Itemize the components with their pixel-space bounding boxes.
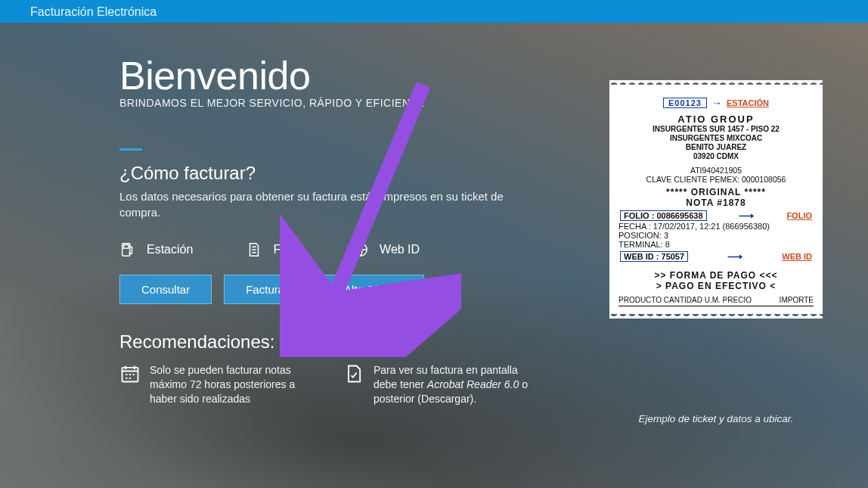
required-fields: Estación Folio Web ID bbox=[119, 241, 562, 258]
sample-receipt: E00123 → ESTACIÓN ATIO GROUP INSURGENTES… bbox=[609, 85, 823, 314]
svg-rect-1 bbox=[124, 245, 129, 249]
arrow-right-icon: ⟶ bbox=[739, 210, 754, 222]
recommendations-title: Recomendaciones: bbox=[119, 331, 562, 353]
field-webid: Web ID bbox=[352, 241, 420, 258]
receipt-terminal: TERMINAL: 8 bbox=[618, 240, 814, 249]
receipt-folio-label: FOLIO bbox=[786, 211, 812, 220]
receipt-pago: > PAGO EN EFECTIVO < bbox=[618, 281, 814, 291]
receipt-webid-box: WEB ID : 75057 bbox=[620, 251, 688, 262]
facturar-button[interactable]: Facturar bbox=[224, 275, 310, 304]
field-estacion: Estación bbox=[119, 241, 193, 258]
receipt-addr1: INSURGENTES SUR 1457 - PISO 22 bbox=[618, 125, 814, 134]
hero: Bienvenido BRINDAMOS EL MEJOR SERVICIO, … bbox=[0, 23, 868, 488]
rec-text-2: Para ver su factura en pantalla debe ten… bbox=[374, 363, 540, 406]
field-folio-label: Folio bbox=[273, 243, 299, 256]
howto-title: ¿Cómo facturar? bbox=[119, 163, 562, 184]
arrow-right-icon: ⟶ bbox=[727, 250, 742, 263]
rec-text-1: Solo se pueden facturar notas máximo 72 … bbox=[150, 363, 316, 406]
receipt-company: ATIO GROUP bbox=[618, 113, 814, 125]
divider bbox=[119, 148, 142, 151]
alta-cliente-button[interactable]: Alta Cliente bbox=[322, 275, 424, 304]
topbar: Facturación Electrónica bbox=[0, 0, 868, 23]
app-title: Facturación Electrónica bbox=[30, 5, 157, 19]
receipt-forma: >> FORMA DE PAGO <<< bbox=[618, 270, 814, 281]
receipt-webid-label: WEB ID bbox=[782, 252, 812, 261]
receipt-prodhdr-left: PRODUCTO CANTIDAD U.M. PRECIO bbox=[618, 296, 752, 304]
receipt-addr4: 03920 CDMX bbox=[618, 152, 814, 161]
receipt-rfc: ATI940421905 bbox=[618, 166, 814, 175]
receipt-clave: CLAVE CLIENTE PEMEX: 0000108056 bbox=[618, 175, 814, 184]
receipt-addr2: INSURGENTES MIXCOAC bbox=[618, 134, 814, 143]
receipt-posicion: POSICION: 3 bbox=[618, 231, 814, 240]
consultar-button[interactable]: Consultar bbox=[119, 275, 212, 304]
rec-item-2: Para ver su factura en pantalla debe ten… bbox=[343, 363, 540, 406]
arrow-right-icon: → bbox=[711, 97, 722, 109]
receipt-prodhdr-right: IMPORTE bbox=[780, 296, 814, 304]
calendar-icon bbox=[119, 363, 141, 384]
receipt-addr3: BENITO JUAREZ bbox=[618, 143, 814, 152]
field-folio: Folio bbox=[246, 241, 299, 258]
receipt-nota: NOTA #1878 bbox=[618, 197, 814, 208]
receipt-caption: Ejemplo de ticket y datos a ubicar. bbox=[609, 413, 823, 424]
pdf-icon bbox=[343, 363, 364, 384]
webid-icon bbox=[352, 241, 369, 258]
button-row: Consultar Facturar Alta Cliente bbox=[119, 275, 562, 304]
tagline: BRINDAMOS EL MEJOR SERVICIO, RÁPIDO Y EF… bbox=[119, 97, 562, 109]
field-webid-label: Web ID bbox=[380, 243, 420, 256]
receipt-product-header: PRODUCTO CANTIDAD U.M. PRECIO IMPORTE bbox=[618, 296, 814, 306]
field-estacion-label: Estación bbox=[147, 243, 193, 256]
howto-desc: Los datos necesarios para obtener su fac… bbox=[119, 188, 543, 220]
receipt-original: ***** ORIGINAL ***** bbox=[618, 187, 814, 197]
receipt-fecha: FECHA : 17/02/2017, 12:21 (866956380) bbox=[618, 222, 814, 231]
rec-item-1: Solo se pueden facturar notas máximo 72 … bbox=[119, 363, 316, 406]
station-icon bbox=[119, 241, 136, 258]
rec2-em: Acrobat Reader 6.0 bbox=[427, 378, 519, 390]
receipt-estacion-label: ESTACIÓN bbox=[727, 98, 769, 107]
receipt-folio-box: FOLIO : 0086695638 bbox=[620, 210, 707, 221]
recommendations: Solo se pueden facturar notas máximo 72 … bbox=[119, 363, 562, 406]
document-icon bbox=[246, 241, 262, 258]
welcome-heading: Bienvenido bbox=[119, 53, 562, 98]
receipt-estacion-code: E00123 bbox=[663, 98, 707, 108]
